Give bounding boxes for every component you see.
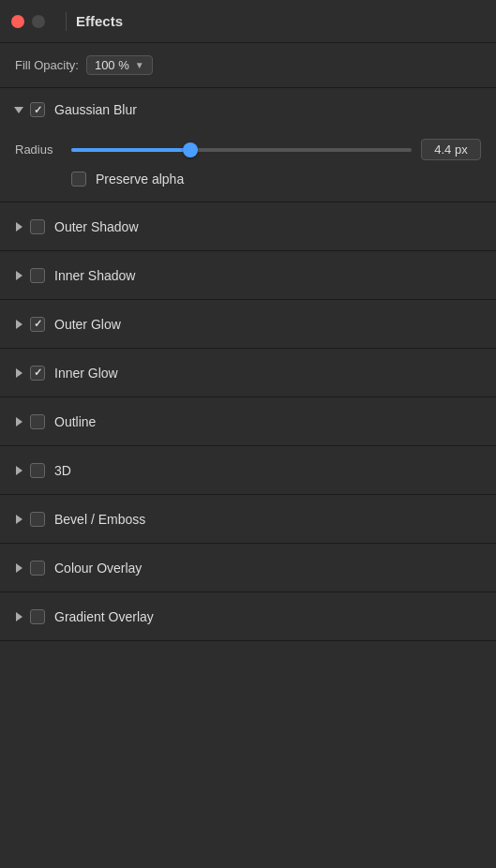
effect-row-0[interactable]: Outer Shadow <box>0 202 496 251</box>
effect-name-7: Colour Overlay <box>54 561 142 576</box>
radius-value[interactable]: 4.4 px <box>421 139 481 160</box>
panel-title: Effects <box>76 13 123 29</box>
fill-opacity-row: Fill Opacity: 100 % ▼ <box>0 43 496 88</box>
effect-name-0: Outer Shadow <box>54 219 139 234</box>
radius-slider-fill <box>71 148 190 152</box>
radius-slider-track <box>71 148 412 152</box>
effect-row-8[interactable]: Gradient Overlay <box>0 592 496 641</box>
effect-row-1[interactable]: Inner Shadow <box>0 251 496 300</box>
effect-name-6: Bevel / Emboss <box>54 512 145 527</box>
effect-expand-icon-0 <box>13 221 24 232</box>
effect-name-4: Outline <box>54 414 96 429</box>
effect-name-5: 3D <box>54 463 71 478</box>
effect-row-4[interactable]: Outline <box>0 397 496 446</box>
effects-list: Outer ShadowInner ShadowOuter GlowInner … <box>0 202 496 641</box>
radius-row: Radius 4.4 px <box>15 139 481 160</box>
preserve-alpha-row: Preserve alpha <box>15 172 481 187</box>
preserve-alpha-checkbox[interactable] <box>71 172 86 187</box>
radius-slider-container[interactable] <box>71 141 412 159</box>
close-button[interactable] <box>11 15 24 28</box>
effect-checkbox-5[interactable] <box>30 463 45 478</box>
title-separator <box>66 12 67 31</box>
preserve-alpha-label: Preserve alpha <box>96 172 184 187</box>
effect-name-3: Inner Glow <box>54 366 118 381</box>
title-bar: Effects <box>0 0 496 43</box>
effect-name-1: Inner Shadow <box>54 268 135 283</box>
effect-row-7[interactable]: Colour Overlay <box>0 544 496 592</box>
effect-row-3[interactable]: Inner Glow <box>0 349 496 397</box>
effect-row-2[interactable]: Outer Glow <box>0 300 496 349</box>
gaussian-blur-section: Gaussian Blur Radius 4.4 px Preserve alp… <box>0 88 496 202</box>
effect-expand-icon-8 <box>13 611 24 622</box>
minimize-button[interactable] <box>32 15 45 28</box>
gaussian-blur-name: Gaussian Blur <box>54 102 137 117</box>
gaussian-blur-checkbox[interactable] <box>30 102 45 117</box>
effect-checkbox-6[interactable] <box>30 512 45 527</box>
effect-expand-icon-5 <box>13 465 24 476</box>
effect-checkbox-2[interactable] <box>30 317 45 332</box>
fill-opacity-dropdown[interactable]: 100 % ▼ <box>86 55 153 75</box>
effect-checkbox-1[interactable] <box>30 268 45 283</box>
effect-name-8: Gradient Overlay <box>54 609 154 624</box>
effect-expand-icon-2 <box>13 319 24 330</box>
effect-checkbox-8[interactable] <box>30 609 45 624</box>
gaussian-blur-header[interactable]: Gaussian Blur <box>0 88 496 131</box>
gaussian-blur-expand-icon <box>13 104 24 115</box>
window-controls <box>11 15 45 28</box>
effect-expand-icon-4 <box>13 416 24 427</box>
effect-expand-icon-1 <box>13 270 24 281</box>
effect-row-5[interactable]: 3D <box>0 446 496 495</box>
radius-label: Radius <box>15 142 62 157</box>
radius-slider-thumb[interactable] <box>183 142 198 157</box>
effect-name-2: Outer Glow <box>54 317 121 332</box>
effect-checkbox-0[interactable] <box>30 219 45 234</box>
effect-expand-icon-6 <box>13 514 24 525</box>
effect-checkbox-4[interactable] <box>30 414 45 429</box>
dropdown-arrow-icon: ▼ <box>135 60 144 70</box>
effect-checkbox-7[interactable] <box>30 561 45 576</box>
fill-opacity-label: Fill Opacity: <box>15 58 79 72</box>
fill-opacity-value: 100 % <box>95 58 129 72</box>
effect-row-6[interactable]: Bevel / Emboss <box>0 495 496 544</box>
effect-checkbox-3[interactable] <box>30 366 45 381</box>
effect-expand-icon-3 <box>13 367 24 379</box>
effect-expand-icon-7 <box>13 562 24 574</box>
gaussian-blur-content: Radius 4.4 px Preserve alpha <box>0 131 496 202</box>
